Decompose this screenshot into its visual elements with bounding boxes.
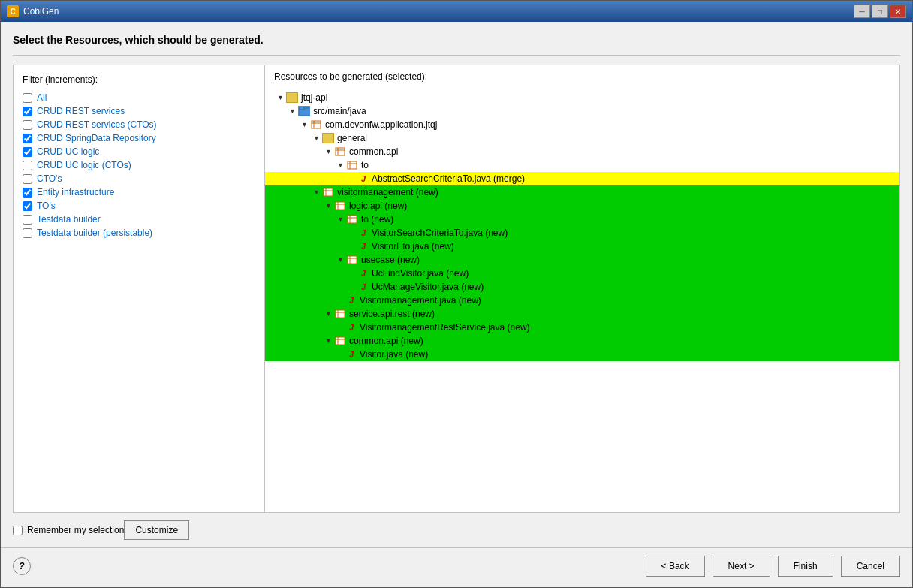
filter-checkbox-testdata[interactable] <box>23 215 32 225</box>
arrow-icon: ▼ <box>325 148 334 155</box>
tree-label: common.api <box>349 146 398 157</box>
tree-item-general[interactable]: ▼ general <box>265 131 899 145</box>
minimize-button[interactable]: ─ <box>854 5 870 18</box>
arrow-icon: ▼ <box>325 310 334 318</box>
tree-area[interactable]: ▼ jtqj-api ▼ src/main/java <box>265 88 899 512</box>
resources-header: Resources to be generated (selected): <box>265 65 899 88</box>
next-button[interactable]: Next > <box>713 556 770 577</box>
customize-button[interactable]: Customize <box>124 520 189 540</box>
maximize-button[interactable]: □ <box>872 5 888 18</box>
filter-label-crud-rest-ctos[interactable]: CRUD REST services (CTOs) <box>37 119 157 130</box>
pkg-icon <box>322 187 334 198</box>
finish-button[interactable]: Finish <box>778 556 833 577</box>
remember-selection[interactable]: Remember my selection <box>13 525 124 535</box>
tree-label: src/main/java <box>313 106 366 116</box>
arrow-icon: ▼ <box>313 188 322 196</box>
tree-item-abstract-search[interactable]: J AbstractSearchCriteriaTo.java (merge) <box>265 172 899 185</box>
filter-item-crud-spring[interactable]: CRUD SpringData Repository <box>14 131 264 145</box>
pkg-icon <box>310 119 322 130</box>
filter-item-crud-uc-ctos[interactable]: CRUD UC logic (CTOs) <box>14 158 264 172</box>
filter-label-testdata-persist[interactable]: Testdata builder (persistable) <box>37 228 152 238</box>
tree-label: Visitor.java (new) <box>360 349 428 360</box>
filter-item-crud-uc[interactable]: CRUD UC logic <box>14 145 264 158</box>
pkg-icon <box>334 309 346 319</box>
cobigen-window: C CobiGen ─ □ ✕ Select the Resources, wh… <box>0 0 913 588</box>
tree-item-jtqj-api[interactable]: ▼ jtqj-api <box>265 91 899 104</box>
tree-item-to-new[interactable]: ▼ to (new) <box>265 213 899 226</box>
filter-checkbox-crud-spring[interactable] <box>23 134 32 143</box>
filter-checkbox-tos[interactable] <box>23 201 32 211</box>
tree-label: Visitormanagement.java (new) <box>360 295 481 306</box>
divider <box>13 55 900 56</box>
java-icon: J <box>346 349 357 360</box>
tree-item-visitor-eto[interactable]: J VisitorEto.java (new) <box>265 240 899 253</box>
filter-checkbox-ctos[interactable] <box>23 174 32 184</box>
filter-checkbox-testdata-persist[interactable] <box>23 228 32 238</box>
cancel-button[interactable]: Cancel <box>841 556 900 577</box>
nav-buttons: ? < Back Next > Finish Cancel <box>1 548 912 587</box>
tree-item-usecase[interactable]: ▼ usecase (new) <box>265 253 899 267</box>
tree-item-visitor-java[interactable]: J Visitor.java (new) <box>265 348 899 361</box>
left-panel: Filter (increments): All CRUD REST servi… <box>14 65 265 512</box>
filter-label-ctos[interactable]: CTO's <box>37 173 62 184</box>
filter-item-tos[interactable]: TO's <box>14 199 264 213</box>
tree-item-src-main-java[interactable]: ▼ src/main/java <box>265 104 899 118</box>
tree-item-visitor-rest-service[interactable]: J VisitormanagementRestService.java (new… <box>265 321 899 334</box>
filter-item-ctos[interactable]: CTO's <box>14 172 264 185</box>
filter-item-entity-infra[interactable]: Entity infrastructure <box>14 185 264 199</box>
filter-checkbox-crud-rest-ctos[interactable] <box>23 120 32 130</box>
java-icon: J <box>358 241 369 252</box>
filter-checkbox-all[interactable] <box>23 93 32 103</box>
filter-label-crud-uc-ctos[interactable]: CRUD UC logic (CTOs) <box>37 160 131 170</box>
pkg-icon <box>346 214 358 225</box>
filter-label-tos[interactable]: TO's <box>37 201 56 211</box>
remember-checkbox[interactable] <box>13 526 23 535</box>
tree-label: UcFindVisitor.java (new) <box>372 268 469 279</box>
filter-checkbox-entity-infra[interactable] <box>23 188 32 198</box>
svg-rect-8 <box>348 161 357 169</box>
java-icon: J <box>358 173 369 184</box>
filter-checkbox-crud-uc[interactable] <box>23 147 32 157</box>
filter-label-testdata[interactable]: Testdata builder <box>37 214 101 225</box>
filter-checkbox-crud-rest[interactable] <box>23 107 32 116</box>
filter-item-all[interactable]: All <box>14 91 264 104</box>
filter-item-testdata[interactable]: Testdata builder <box>14 213 264 226</box>
tree-item-common-api-new[interactable]: ▼ common.api (new) <box>265 334 899 348</box>
java-icon: J <box>358 268 369 279</box>
filter-label-all[interactable]: All <box>37 92 47 103</box>
tree-item-visitormanagement-java[interactable]: J Visitormanagement.java (new) <box>265 294 899 307</box>
tree-item-logic-api[interactable]: ▼ logic.api (new) <box>265 199 899 213</box>
tree-item-visitormanagement[interactable]: ▼ visitormanagement (new) <box>265 185 899 199</box>
arrow-icon: ▼ <box>301 121 310 128</box>
back-button[interactable]: < Back <box>646 556 705 577</box>
filter-label-entity-infra[interactable]: Entity infrastructure <box>37 187 114 198</box>
filter-item-crud-rest-ctos[interactable]: CRUD REST services (CTOs) <box>14 118 264 131</box>
tree-item-service-api-rest[interactable]: ▼ service.api.rest (new) <box>265 307 899 321</box>
filter-item-testdata-persist[interactable]: Testdata builder (persistable) <box>14 226 264 240</box>
filter-label-crud-spring[interactable]: CRUD SpringData Repository <box>37 133 156 143</box>
tree-item-to[interactable]: ▼ to <box>265 158 899 172</box>
arrow-icon: ▼ <box>277 94 286 101</box>
tree-item-common-api[interactable]: ▼ common.api <box>265 145 899 158</box>
tree-item-com-package[interactable]: ▼ com.devonfw.application.jtqj <box>265 118 899 131</box>
pkg-icon <box>346 160 358 170</box>
folder-icon <box>286 92 298 103</box>
tree-item-ucmanage[interactable]: J UcManageVisitor.java (new) <box>265 280 899 294</box>
tree-item-visitor-search[interactable]: J VisitorSearchCriteriaTo.java (new) <box>265 226 899 240</box>
src-folder-icon <box>298 106 310 116</box>
svg-rect-5 <box>336 148 345 155</box>
arrow-icon: ▼ <box>337 161 346 169</box>
filter-item-crud-rest[interactable]: CRUD REST services <box>14 104 264 118</box>
tree-item-ucfind[interactable]: J UcFindVisitor.java (new) <box>265 267 899 280</box>
pkg-icon <box>334 201 346 211</box>
help-button[interactable]: ? <box>13 557 31 575</box>
svg-rect-23 <box>336 310 345 318</box>
java-icon: J <box>346 322 357 333</box>
svg-rect-20 <box>348 256 357 264</box>
filter-label-crud-rest[interactable]: CRUD REST services <box>37 106 125 116</box>
svg-rect-14 <box>336 202 345 210</box>
filter-label-crud-uc[interactable]: CRUD UC logic <box>37 146 99 157</box>
close-button[interactable]: ✕ <box>890 5 906 18</box>
filter-checkbox-crud-uc-ctos[interactable] <box>23 161 32 170</box>
svg-rect-17 <box>348 216 357 223</box>
